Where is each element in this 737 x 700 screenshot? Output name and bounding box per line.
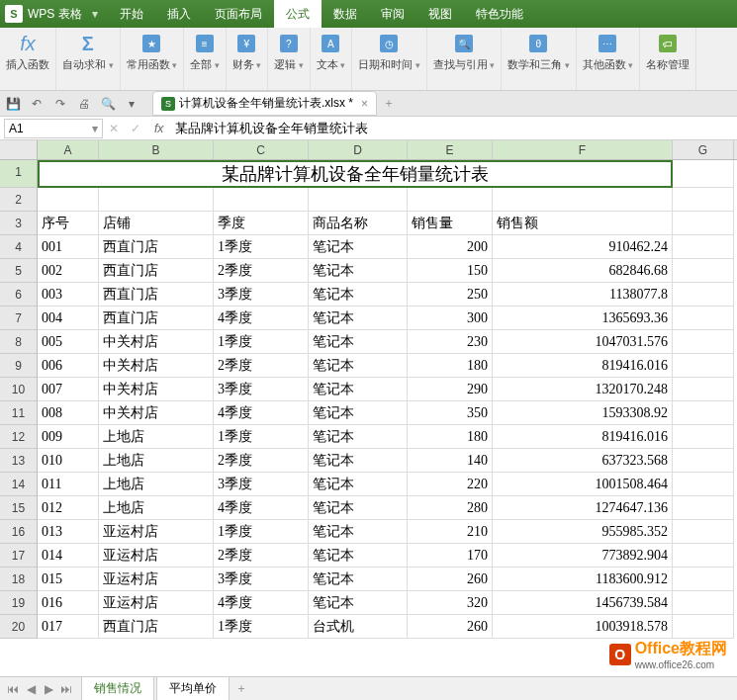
data-cell[interactable]: 1183600.912 <box>493 568 673 591</box>
data-cell[interactable]: 笔记本 <box>309 330 408 354</box>
name-box-dropdown-icon[interactable]: ▾ <box>92 122 98 135</box>
data-cell[interactable]: 2季度 <box>214 354 309 378</box>
data-cell[interactable] <box>673 568 734 591</box>
col-header-E[interactable]: E <box>408 140 493 159</box>
data-cell[interactable]: 笔记本 <box>309 259 408 283</box>
cell[interactable] <box>493 188 673 212</box>
select-all-corner[interactable] <box>0 140 38 160</box>
data-cell[interactable]: 笔记本 <box>309 496 408 520</box>
close-tab-icon[interactable]: × <box>361 97 368 111</box>
col-header-G[interactable]: G <box>673 140 734 159</box>
data-cell[interactable] <box>673 259 734 283</box>
data-cell[interactable]: 320 <box>408 591 493 615</box>
data-cell[interactable]: 3季度 <box>214 568 309 591</box>
cell[interactable] <box>214 188 309 212</box>
data-cell[interactable] <box>673 306 734 330</box>
data-cell[interactable] <box>673 520 734 544</box>
data-cell[interactable]: 180 <box>408 354 493 378</box>
data-cell[interactable] <box>673 496 734 520</box>
cell[interactable] <box>673 188 734 212</box>
row-header[interactable]: 17 <box>0 544 38 568</box>
data-cell[interactable]: 002 <box>38 259 99 283</box>
data-cell[interactable]: 200 <box>408 235 493 259</box>
data-cell[interactable] <box>673 544 734 568</box>
data-cell[interactable]: 西直门店 <box>99 283 214 306</box>
autosum-button[interactable]: Σ 自动求和 <box>62 32 114 72</box>
data-cell[interactable] <box>673 425 734 449</box>
data-cell[interactable]: 1季度 <box>214 520 309 544</box>
data-cell[interactable]: 003 <box>38 283 99 306</box>
data-cell[interactable]: 011 <box>38 473 99 496</box>
sheet-tab-other[interactable]: 平均单价 <box>156 676 230 700</box>
row-header[interactable]: 4 <box>0 235 38 259</box>
data-cell[interactable]: 中关村店 <box>99 401 214 425</box>
data-cell[interactable]: 西直门店 <box>99 235 214 259</box>
data-cell[interactable]: 010 <box>38 449 99 473</box>
logic-fn-button[interactable]: ? 逻辑 <box>274 32 304 72</box>
row-header[interactable]: 20 <box>0 615 38 639</box>
data-cell[interactable]: 4季度 <box>214 306 309 330</box>
data-cell[interactable]: 亚运村店 <box>99 520 214 544</box>
add-sheet-button[interactable]: ＋ <box>235 680 247 697</box>
row-header[interactable]: 6 <box>0 283 38 306</box>
data-cell[interactable]: 西直门店 <box>99 615 214 639</box>
data-cell[interactable]: 910462.24 <box>493 235 673 259</box>
data-cell[interactable]: 笔记本 <box>309 520 408 544</box>
data-cell[interactable]: 013 <box>38 520 99 544</box>
sheet-tab-active[interactable]: 销售情况 <box>81 676 154 701</box>
row-header[interactable]: 16 <box>0 520 38 544</box>
data-cell[interactable]: 亚运村店 <box>99 591 214 615</box>
data-cell[interactable] <box>673 378 734 401</box>
header-cell[interactable]: 店铺 <box>99 212 214 235</box>
data-cell[interactable]: 682846.68 <box>493 259 673 283</box>
data-cell[interactable]: 1季度 <box>214 615 309 639</box>
common-fn-button[interactable]: ★ 常用函数 <box>127 32 178 72</box>
data-cell[interactable]: 亚运村店 <box>99 544 214 568</box>
insert-function-button[interactable]: fx 插入函数 <box>6 32 49 72</box>
cell[interactable] <box>38 188 99 212</box>
data-cell[interactable]: 955985.352 <box>493 520 673 544</box>
data-cell[interactable]: 1047031.576 <box>493 330 673 354</box>
sheet-nav-last-icon[interactable]: ⏭ <box>57 682 75 696</box>
data-cell[interactable]: 4季度 <box>214 496 309 520</box>
header-cell[interactable]: 季度 <box>214 212 309 235</box>
all-fn-button[interactable]: ≡ 全部 <box>190 32 220 72</box>
data-cell[interactable]: 笔记本 <box>309 354 408 378</box>
save-icon[interactable]: 💾 <box>2 93 24 115</box>
header-cell[interactable]: 商品名称 <box>309 212 408 235</box>
col-header-A[interactable]: A <box>38 140 99 159</box>
header-cell[interactable] <box>673 212 734 235</box>
data-cell[interactable]: 笔记本 <box>309 568 408 591</box>
row-header[interactable]: 10 <box>0 378 38 401</box>
data-cell[interactable] <box>673 449 734 473</box>
undo-icon[interactable]: ↶ <box>26 93 47 115</box>
formula-input[interactable] <box>171 119 737 138</box>
header-cell[interactable]: 销售量 <box>408 212 493 235</box>
data-cell[interactable]: 3季度 <box>214 283 309 306</box>
data-cell[interactable]: 笔记本 <box>309 283 408 306</box>
data-cell[interactable]: 中关村店 <box>99 378 214 401</box>
tab-special[interactable]: 特色功能 <box>464 0 535 28</box>
data-cell[interactable]: 180 <box>408 425 493 449</box>
data-cell[interactable]: 笔记本 <box>309 401 408 425</box>
row-header[interactable]: 19 <box>0 591 38 615</box>
data-cell[interactable]: 170 <box>408 544 493 568</box>
data-cell[interactable]: 280 <box>408 496 493 520</box>
row-header[interactable]: 14 <box>0 473 38 496</box>
other-fn-button[interactable]: ⋯ 其他函数 <box>583 32 634 72</box>
data-cell[interactable] <box>673 235 734 259</box>
data-cell[interactable]: 笔记本 <box>309 473 408 496</box>
data-cell[interactable]: 笔记本 <box>309 378 408 401</box>
data-cell[interactable]: 220 <box>408 473 493 496</box>
col-header-C[interactable]: C <box>214 140 309 159</box>
data-cell[interactable]: 773892.904 <box>493 544 673 568</box>
name-manager-button[interactable]: 🏷 名称管理 <box>646 32 690 72</box>
row-header[interactable]: 12 <box>0 425 38 449</box>
data-cell[interactable] <box>673 330 734 354</box>
data-cell[interactable]: 台式机 <box>309 615 408 639</box>
tab-view[interactable]: 视图 <box>416 0 464 28</box>
data-cell[interactable]: 亚运村店 <box>99 568 214 591</box>
data-cell[interactable]: 007 <box>38 378 99 401</box>
confirm-icon[interactable]: ✓ <box>131 122 140 135</box>
row-header[interactable]: 11 <box>0 401 38 425</box>
